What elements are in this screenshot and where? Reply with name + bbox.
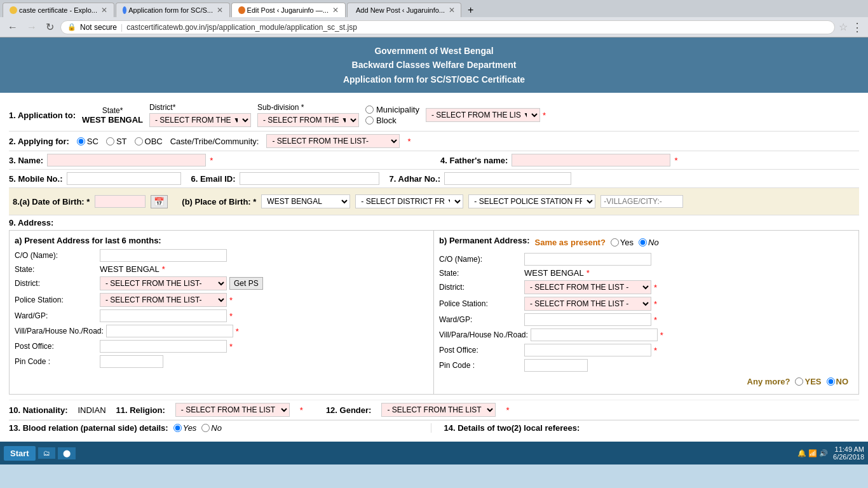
subdivision-label: Sub-division * — [257, 103, 359, 112]
sc-label: SC — [87, 137, 98, 146]
tab-2[interactable]: Application form for SC/S... ✕ — [116, 3, 230, 17]
present-district-select[interactable]: - SELECT FROM THE LIST- — [100, 276, 227, 290]
sc-radio[interactable] — [77, 137, 85, 146]
permanent-co-row: C/O (Name): — [439, 253, 853, 266]
sc-radio-label[interactable]: SC — [77, 137, 98, 146]
block-label: Block — [376, 116, 397, 125]
present-police-select[interactable]: - SELECT FROM THE LIST- — [100, 293, 227, 307]
same-as-no-label[interactable]: No — [639, 238, 659, 247]
permanent-pin-row: Pin Code : — [439, 359, 853, 372]
any-more-yes-radio[interactable] — [795, 377, 803, 386]
permanent-pin-input[interactable] — [524, 359, 588, 372]
st-radio-label[interactable]: ST — [106, 137, 127, 146]
tab-1[interactable]: caste certificate - Explo... ✕ — [3, 3, 114, 17]
section2-label: 2. Applying for: — [9, 137, 69, 146]
block-radio[interactable] — [365, 116, 374, 125]
subdivision-select[interactable]: - SELECT FROM THE ▼ — [257, 113, 359, 127]
present-ward-input[interactable] — [100, 309, 227, 322]
permanent-state-row: State: WEST BENGAL * — [439, 268, 853, 278]
email-input[interactable] — [240, 172, 379, 185]
blood-no-radio[interactable] — [201, 424, 210, 432]
name-required: * — [210, 156, 213, 165]
tab1-close[interactable]: ✕ — [101, 6, 107, 15]
present-district-label: District: — [15, 279, 97, 288]
back-button[interactable]: ← — [5, 20, 20, 34]
pob-police-select[interactable]: - SELECT POLICE STATION FF ▼ — [468, 194, 595, 208]
permanent-district-select[interactable]: - SELECT FROM THE LIST - — [524, 280, 651, 294]
tab-3[interactable]: Edit Post ‹ Jugaruinfo —... ✕ — [231, 3, 346, 17]
any-more-row: Any more? YES NO — [439, 374, 853, 389]
forward-button[interactable]: → — [24, 20, 39, 34]
permanent-ward-input[interactable] — [524, 313, 651, 326]
new-tab-button[interactable]: + — [463, 3, 478, 17]
start-button[interactable]: Start — [4, 446, 36, 461]
present-address-col: a) Present Address for last 6 months: C/… — [10, 231, 434, 394]
section7-label: 7. Adhar No.: — [390, 174, 440, 184]
calendar-button[interactable]: 📅 — [151, 195, 168, 208]
pob-village-input[interactable] — [600, 195, 683, 208]
tab2-close[interactable]: ✕ — [217, 6, 223, 15]
menu-button[interactable]: ⋮ — [851, 20, 863, 34]
header-line1: Government of West Bengal — [6, 44, 862, 58]
address-bar[interactable]: 🔒 Not secure | castcertificatewb.gov.in/… — [60, 20, 835, 34]
same-as-yes-radio[interactable] — [611, 238, 619, 247]
tab-4[interactable]: Add New Post ‹ Jugaruinfo... ✕ — [347, 3, 461, 17]
blood-no-label[interactable]: No — [201, 423, 222, 433]
same-as-yes-label[interactable]: Yes — [611, 238, 634, 247]
name-input[interactable] — [47, 154, 206, 166]
permanent-state-required: * — [587, 268, 590, 278]
permanent-police-select[interactable]: - SELECT FROM THE LIST - — [524, 297, 651, 311]
section8a-label: 8.(a) Date of Birth: * — [13, 197, 90, 207]
header-line2: Backward Classes Welfare Department — [6, 58, 862, 72]
caste-select[interactable]: - SELECT FROM THE LIST- — [266, 134, 400, 148]
st-radio[interactable] — [106, 137, 114, 146]
blood-yes-radio[interactable] — [173, 424, 182, 432]
obc-radio-label[interactable]: OBC — [135, 137, 163, 146]
state-block: State* WEST BENGAL — [82, 106, 143, 125]
permanent-post-input[interactable] — [524, 344, 651, 356]
ward-select[interactable]: - SELECT FROM THE LIS ▼ — [426, 108, 540, 122]
system-tray: 🔔 📶 🔊 — [797, 449, 828, 458]
mobile-block: 5. Mobile No.: — [9, 172, 181, 185]
section10-label: 10. Nationality: — [9, 405, 67, 415]
present-state-required: * — [162, 264, 165, 274]
pob-state-select[interactable]: WEST BENGAL — [261, 194, 350, 208]
any-more-no-radio[interactable] — [827, 377, 835, 386]
tab3-close[interactable]: ✕ — [332, 6, 339, 15]
nationality-value: INDIAN — [78, 405, 105, 415]
same-as-no-radio[interactable] — [639, 238, 647, 247]
adhar-input[interactable] — [444, 172, 571, 185]
tab4-close[interactable]: ✕ — [449, 6, 455, 15]
present-vill-input[interactable] — [106, 325, 233, 337]
religion-select[interactable]: - SELECT FROM THE LIST - — [175, 403, 290, 417]
get-ps-button[interactable]: Get PS — [229, 277, 263, 290]
same-as-no-text: No — [648, 238, 659, 247]
reload-button[interactable]: ↻ — [43, 20, 57, 34]
any-more-yes-label[interactable]: YES — [795, 377, 821, 386]
block-radio-row: Block — [365, 116, 419, 125]
blood-yes-label[interactable]: Yes — [173, 423, 197, 433]
caste-required: * — [407, 137, 410, 146]
permanent-police-required: * — [654, 299, 657, 309]
permanent-co-input[interactable] — [524, 253, 651, 266]
present-ward-row: Ward/GP: * — [15, 309, 428, 322]
obc-radio[interactable] — [135, 137, 143, 146]
gender-select[interactable]: - SELECT FROM THE LIST - — [381, 403, 496, 417]
pob-district-select[interactable]: - SELECT DISTRICT FR ▼ — [355, 194, 463, 208]
permanent-vill-input[interactable] — [531, 329, 658, 341]
present-co-input[interactable] — [100, 249, 227, 262]
taskbar-explorer[interactable]: 🗂 — [38, 447, 55, 459]
dob-block: 8.(a) Date of Birth: * 📅 — [9, 191, 172, 212]
bookmark-button[interactable]: ☆ — [839, 21, 848, 33]
dob-input[interactable] — [95, 195, 146, 208]
municipality-radio[interactable] — [365, 105, 374, 114]
taskbar-chrome[interactable]: ⬤ — [58, 447, 76, 459]
header-line3: Application form for SC/ST/OBC Certifica… — [6, 72, 862, 86]
present-pin-input[interactable] — [100, 355, 163, 368]
mobile-input[interactable] — [67, 172, 181, 185]
any-more-no-label[interactable]: NO — [827, 377, 849, 386]
father-name-input[interactable] — [512, 154, 670, 166]
present-post-label: Post Office: — [15, 342, 97, 351]
district-select[interactable]: - SELECT FROM THE ▼ — [149, 113, 251, 127]
present-post-input[interactable] — [100, 340, 227, 353]
